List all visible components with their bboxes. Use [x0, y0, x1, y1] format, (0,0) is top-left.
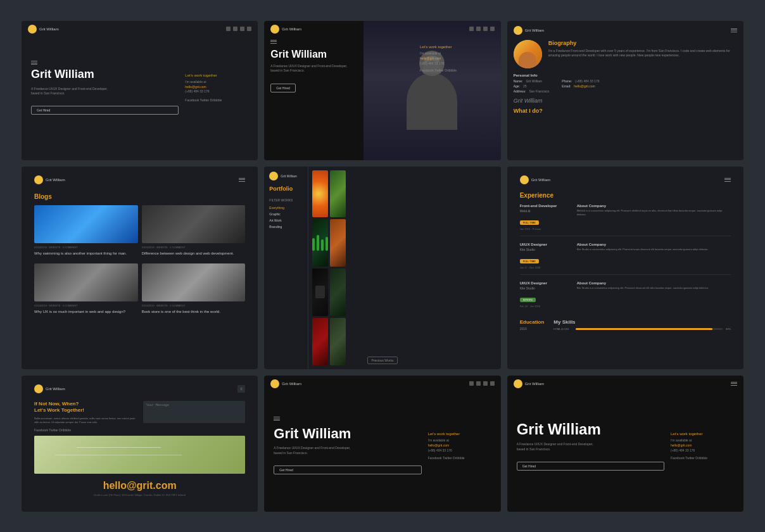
email-footer: hello@grit.com — [34, 480, 245, 491]
social-icons — [469, 27, 495, 31]
get-hired-button[interactable]: Get Hired — [274, 466, 421, 474]
dribbble-icon[interactable] — [490, 381, 495, 386]
blog-title: Book store is one of the best think in t… — [142, 309, 246, 314]
logo-icon — [514, 26, 522, 35]
date: Feb 16 - Jun 2016 — [520, 305, 571, 308]
logo-icon — [270, 25, 279, 34]
dribbble-icon[interactable] — [490, 27, 495, 31]
blog-meta: 01/04/2019 · WEBSITE · 2 COMMENT — [34, 304, 138, 307]
social-icons — [469, 381, 495, 386]
card-6-header: Grit William — [514, 172, 737, 188]
facebook-icon[interactable] — [469, 381, 474, 386]
logo-icon — [514, 379, 522, 388]
get-hired-button[interactable]: Get Hired — [517, 462, 664, 471]
filter-everything[interactable]: Everything — [269, 206, 303, 210]
contact-info: I'm available at hello@grit.com (+88) 48… — [428, 438, 491, 453]
hero-title: Grit William — [517, 421, 664, 438]
blog-image — [142, 205, 246, 243]
portfolio-grid: Grit William Grit William A Freelance UI… — [9, 8, 756, 524]
age-row: Age: 25 — [514, 84, 550, 88]
portfolio-image[interactable] — [330, 269, 346, 316]
company-name: About Company — [577, 204, 731, 208]
education-section: Education 2016 — [520, 319, 545, 332]
instagram-icon[interactable] — [483, 381, 488, 386]
menu-icon[interactable] — [274, 417, 421, 421]
facebook-icon[interactable] — [469, 27, 474, 31]
site-name: Grit William — [281, 174, 297, 178]
skill-label: HTML & CSS — [553, 327, 572, 331]
card-home-alt: Grit William Grit William A Freelance UI… — [507, 376, 743, 512]
site-name: Grit William — [525, 382, 545, 386]
hero-title: Grit William — [274, 426, 421, 442]
filter-label: FILTER WORKS — [269, 198, 303, 202]
portfolio-image[interactable] — [312, 219, 328, 267]
experience-item: Front-end Developer WebLib FULL TIME Jan… — [520, 204, 731, 236]
dribbble-icon[interactable] — [247, 27, 251, 31]
blog-item: 01/04/2019 · WEBSITE · 2 COMMENT Why UX … — [34, 263, 138, 314]
logo-area: Grit William — [270, 25, 301, 34]
social-text: Facebook Twitter Dribbble — [671, 456, 734, 460]
menu-icon[interactable] — [731, 382, 737, 386]
twitter-icon[interactable] — [476, 27, 481, 31]
logo-area: Grit William — [514, 26, 545, 35]
menu-icon[interactable] — [270, 40, 377, 44]
contact-info: I'm available at hello@grit.com (+88) 48… — [420, 51, 493, 66]
logo-area: Grit William — [269, 172, 303, 180]
previous-works-button[interactable]: Previous Works — [367, 357, 398, 364]
logo-icon — [270, 379, 279, 388]
logo-icon — [34, 384, 43, 393]
menu-icon[interactable] — [731, 28, 737, 32]
social-text: Facebook Twitter Dribbble — [185, 98, 248, 102]
hero-subtitle: A Freelance UI/UX Designer and Front-end… — [274, 446, 421, 455]
map — [34, 436, 245, 474]
hero-subtitle: A Freelance UI/UX Designer and Front-end… — [270, 64, 377, 73]
experience-item: UI/UX Designer Kite Studio INTERN Feb 16… — [520, 281, 731, 313]
portfolio-image[interactable] — [330, 170, 346, 218]
message-input[interactable] — [143, 401, 246, 423]
hero-title: Grit William — [31, 68, 179, 82]
skills-section: My Skills HTML & CSS 93% — [544, 319, 731, 332]
blogs-title: Blogs — [34, 193, 245, 200]
description: Kite Studio is consectetur adipiscing el… — [577, 248, 731, 251]
filter-branding[interactable]: Branding — [269, 225, 303, 229]
card-8-header: Grit William — [264, 376, 500, 392]
facebook-icon[interactable] — [226, 27, 231, 31]
get-hired-button[interactable]: Get Hired — [270, 84, 295, 92]
hero-subtitle: A Freelance UI/UX Designer and Front-end… — [31, 87, 179, 96]
exp-right: About Company Kite Studio is a consectet… — [577, 281, 731, 308]
twitter-icon[interactable] — [476, 381, 481, 386]
exp-left: UI/UX Designer Kite Studio FULL TIME Jun… — [520, 243, 571, 269]
instagram-icon[interactable] — [483, 27, 488, 31]
portfolio-image[interactable] — [312, 170, 328, 218]
contact-info-section: If Not Now, When?Let's Work Together! Nu… — [34, 401, 137, 433]
get-hired-button[interactable]: Get Hired — [31, 106, 179, 115]
signature: Grit William — [514, 98, 737, 104]
site-name: Grit William — [46, 178, 65, 182]
menu-icon[interactable] — [239, 178, 245, 182]
filter-graphic[interactable]: Graphic — [269, 212, 303, 216]
contact-info: I'm available at hello@grit.com (+88) 48… — [185, 80, 248, 94]
twitter-icon[interactable] — [233, 27, 237, 31]
hero-contact-overlay: Let's work together I'm available at hel… — [415, 40, 498, 77]
hero-content: Grit William A Freelance UI/UX Designer … — [507, 392, 743, 500]
card-9-header: Grit William — [507, 376, 743, 392]
menu-icon[interactable] — [31, 61, 37, 65]
company: Kite Studio — [520, 248, 571, 251]
site-name: Grit William — [282, 27, 301, 31]
tagline: Let's work together — [420, 45, 493, 49]
date: Jan 2015 - Present — [520, 227, 571, 231]
hero-left: Grit William A Freelance UI/UX Designer … — [274, 402, 421, 490]
blog-item: 01/04/2019 · WEBSITE · 2 COMMENT Book st… — [142, 263, 246, 314]
portfolio-image[interactable] — [330, 219, 346, 267]
blog-image — [34, 205, 138, 243]
blog-meta: 01/04/2019 · WEBSITE · 2 COMMENT — [142, 246, 246, 249]
portfolio-image[interactable] — [312, 269, 328, 316]
menu-alt-icon[interactable]: ≡ — [237, 385, 245, 393]
blog-title: Difference between web design and web de… — [142, 251, 246, 256]
logo-area: Grit William — [514, 379, 545, 388]
badge: FULL TIME — [520, 220, 539, 225]
card-1-header: Grit William — [22, 21, 258, 37]
instagram-icon[interactable] — [240, 27, 244, 31]
filter-artwork[interactable]: Art Work — [269, 218, 303, 222]
menu-icon[interactable] — [724, 178, 731, 182]
